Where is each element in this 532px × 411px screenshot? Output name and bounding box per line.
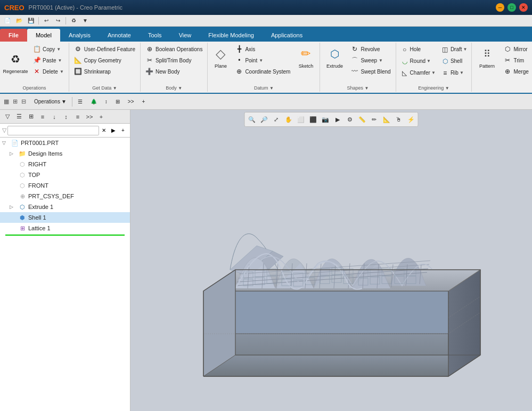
user-defined-button[interactable]: ⚙ User-Defined Feature — [71, 44, 138, 54]
tab-flexible-modeling[interactable]: Flexible Modeling — [200, 29, 263, 42]
hole-button[interactable]: ○ Hole — [398, 44, 438, 55]
cursor-button[interactable]: 🖱 — [393, 114, 405, 125]
shrinkwrap-button[interactable]: 🔲 Shrinkwrap — [71, 66, 138, 77]
extrude-button[interactable]: ⬡ Extrude — [322, 44, 347, 81]
copy-geometry-button[interactable]: 📐 Copy Geometry — [71, 55, 138, 66]
plane-button[interactable]: ◇ Plane — [210, 44, 231, 81]
wireframe-button[interactable]: ⬜ — [295, 114, 307, 125]
delete-button[interactable]: ✕ Delete ▼ — [30, 66, 67, 77]
split-trim-button[interactable]: ✂ Split/Trim Body — [143, 55, 205, 66]
search-add-btn[interactable]: + — [118, 126, 128, 135]
tree-item-csys[interactable]: ⊕ PRT_CSYS_DEF — [0, 191, 130, 202]
add-item-button[interactable]: + — [138, 97, 149, 106]
animate-button[interactable]: ▶ — [332, 114, 343, 125]
tree-item-lattice1[interactable]: ⊞ Lattice 1 — [0, 223, 130, 233]
shell-tree-icon: ⬢ — [18, 213, 27, 222]
tree-item-extrude1[interactable]: ▷ ⬡ Extrude 1 — [0, 202, 130, 212]
tab-view[interactable]: View — [170, 29, 200, 42]
lp-flat-btn[interactable]: ≡ — [37, 111, 48, 122]
tree-item-shell1[interactable]: ⬢ Shell 1 — [0, 212, 130, 223]
save-button[interactable]: 💾 — [26, 16, 36, 26]
paste-button[interactable]: 📌 Paste ▼ — [30, 55, 67, 66]
viewport[interactable]: 🔍 🔎 ⤢ ✋ ⬜ ⬛ 📷 ▶ ⚙ 📏 ✏ 📐 🖱 ⚡ — [130, 110, 532, 411]
lp-sort-btn[interactable]: ↓ — [49, 111, 60, 122]
lp-grid-btn[interactable]: ⊞ — [26, 111, 36, 122]
tab-applications[interactable]: Applications — [263, 29, 311, 42]
tree-item-prt0001[interactable]: ▽ 📄 PRT0001.PRT — [0, 138, 130, 148]
coord-sys-button[interactable]: ⊕ Coordinate System — [232, 66, 293, 77]
tree-item-right[interactable]: ⬡ RIGHT — [0, 159, 130, 170]
columns-button[interactable]: ⊞ — [112, 97, 124, 106]
merge-label: Merge — [513, 69, 528, 75]
sketch-button[interactable]: ✏ Sketch — [294, 44, 317, 81]
new-body-button[interactable]: ➕ New Body — [143, 66, 205, 77]
redo-button[interactable]: ↪ — [53, 16, 63, 26]
undo-button[interactable]: ↩ — [41, 16, 52, 26]
sort-button[interactable]: ↕ — [101, 97, 111, 106]
shell-button[interactable]: ⬡ Shell — [439, 55, 470, 67]
axis-button[interactable]: ╋ Axis — [232, 44, 293, 54]
tab-tools[interactable]: Tools — [140, 29, 170, 42]
close-button[interactable]: ✕ — [519, 3, 528, 12]
chamfer-button[interactable]: ◺ Chamfer ▼ — [398, 67, 438, 78]
fit-all-button[interactable]: ⤢ — [271, 114, 282, 125]
zoom-in-button[interactable]: 🔍 — [246, 114, 258, 125]
shaded-button[interactable]: ⬛ — [307, 114, 319, 125]
quick-action-button[interactable]: ⚡ — [405, 114, 417, 125]
minimize-button[interactable]: ─ — [496, 3, 504, 12]
measure-button[interactable]: 📏 — [356, 114, 368, 125]
app-logo: CREO — [4, 4, 24, 12]
swept-blend-button[interactable]: 〰 Swept Blend — [348, 66, 393, 77]
open-button[interactable]: 📂 — [14, 16, 24, 26]
tab-file[interactable]: File — [0, 29, 27, 42]
tab-analysis[interactable]: Analysis — [60, 29, 99, 42]
edit-button[interactable]: ✏ — [369, 114, 380, 125]
zoom-out-button[interactable]: 🔎 — [258, 114, 270, 125]
search-clear-btn[interactable]: ✕ — [99, 126, 109, 135]
more-button[interactable]: ▼ — [80, 16, 91, 26]
new-body-label: New Body — [155, 69, 180, 75]
lp-cols-btn[interactable]: ≡ — [72, 111, 83, 122]
camera-button[interactable]: 📷 — [320, 114, 331, 125]
rib-button[interactable]: ≡ Rib ▼ — [439, 67, 470, 78]
settings-button[interactable]: ⚙ — [344, 114, 356, 125]
ribbon: ♻ Regenerate 📋 Copy ▼ 📌 Paste ▼ ✕ Delete — [0, 42, 532, 94]
regenerate-button[interactable]: ♻ Regenerate — [2, 44, 29, 81]
tree-view-button[interactable]: 🌲 — [87, 97, 101, 106]
lp-list-btn[interactable]: ☰ — [14, 111, 24, 122]
revolve-button[interactable]: ↻ Revolve — [348, 44, 393, 54]
round-button[interactable]: ◡ Round ▼ — [398, 55, 438, 67]
tree-item-front[interactable]: ⬡ FRONT — [0, 180, 130, 191]
regen-quick-button[interactable]: ♻ — [68, 16, 79, 26]
draft-button[interactable]: ◫ Draft ▼ — [439, 44, 470, 55]
expand-all-button[interactable]: >> — [124, 97, 138, 106]
search-go-btn[interactable]: ▶ — [109, 126, 118, 135]
paste-label: Paste — [43, 58, 56, 63]
search-input[interactable] — [7, 126, 99, 135]
new-button[interactable]: 📄 — [2, 16, 13, 26]
boolean-operations-button[interactable]: ⊕ Boolean Operations — [143, 44, 205, 54]
operations-button[interactable]: Operations ▼ — [30, 97, 70, 106]
trim-button[interactable]: ✂ Trim — [501, 55, 531, 66]
pan-button[interactable]: ✋ — [283, 114, 294, 125]
lp-filter-btn[interactable]: ▽ — [2, 111, 13, 122]
point-button[interactable]: • Point ▼ — [232, 55, 293, 66]
chamfer-dropdown-arrow: ▼ — [431, 70, 436, 75]
merge-button[interactable]: ⊕ Merge — [501, 66, 531, 77]
list-view-button[interactable]: ☰ — [74, 97, 86, 106]
lp-sort2-btn[interactable]: ↕ — [61, 111, 71, 122]
model-svg — [150, 131, 512, 398]
mirror-button[interactable]: ⬡ Mirror — [501, 44, 531, 54]
draft-view-button[interactable]: 📐 — [381, 114, 392, 125]
tab-annotate[interactable]: Annotate — [99, 29, 140, 42]
pattern-button[interactable]: ⠿ Pattern — [474, 44, 500, 81]
sweep-button[interactable]: ⌒ Sweep ▼ — [348, 55, 393, 66]
tree-item-design[interactable]: ▷ 📁 Design Items — [0, 148, 130, 159]
lp-expand-btn[interactable]: >> — [84, 111, 95, 122]
maximize-button[interactable]: □ — [508, 3, 516, 12]
ribbon-group-shapes: ⬡ Extrude ↻ Revolve ⌒ Sweep ▼ 〰 Swept Bl… — [320, 43, 396, 92]
lp-add-btn[interactable]: + — [96, 111, 107, 122]
tab-model[interactable]: Model — [27, 29, 60, 42]
copy-button[interactable]: 📋 Copy ▼ — [30, 44, 67, 54]
tree-item-top[interactable]: ⬡ TOP — [0, 170, 130, 180]
